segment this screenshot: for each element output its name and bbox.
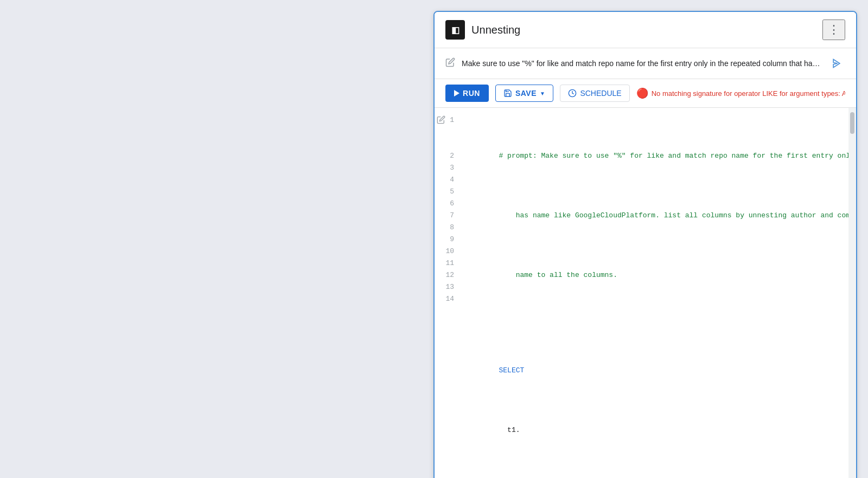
line-num-12: 12	[445, 269, 454, 281]
scrollbar-thumb	[850, 112, 854, 134]
save-icon	[503, 89, 512, 98]
line-num-7: 7	[450, 210, 454, 222]
code-line-2	[465, 317, 844, 329]
line-num-13: 13	[445, 281, 454, 293]
svg-marker-0	[833, 60, 840, 68]
line-num-4: 4	[450, 174, 454, 186]
query-toolbar: RUN SAVE ▼ SCHEDULE 🔴 No matching signat…	[435, 79, 856, 108]
code-line-3: SELECT	[465, 353, 844, 389]
play-icon	[454, 90, 459, 96]
edit-mode-icon[interactable]	[437, 115, 445, 126]
save-dropdown-arrow: ▼	[540, 91, 545, 96]
line-num-1: 1	[450, 114, 454, 126]
line-num-10: 10	[445, 246, 454, 257]
line-num-11: 11	[445, 257, 454, 269]
more-options-button[interactable]: ⋮	[822, 20, 845, 40]
window-title: Unnesting	[471, 24, 520, 36]
error-banner: 🔴 No matching signature for operator LIK…	[636, 87, 845, 99]
code-line-1b: has name like GoogleCloudPlatform. list …	[465, 198, 844, 234]
editor-scrollbar[interactable]	[848, 108, 856, 478]
run-button[interactable]: RUN	[445, 85, 489, 102]
main-window: ◧ Unnesting ⋮ Make sure to use "%" for l…	[433, 11, 857, 478]
code-line-1c: name to all the columns.	[465, 257, 844, 293]
error-icon: 🔴	[636, 87, 648, 99]
code-line-5: COMMIT	[465, 472, 844, 478]
code-content[interactable]: # prompt: Make sure to use "%" for like …	[461, 108, 848, 478]
save-button[interactable]: SAVE ▼	[495, 85, 554, 102]
clock-icon	[568, 89, 577, 98]
line-num-2: 2	[450, 150, 454, 162]
header-left: ◧ Unnesting	[445, 20, 520, 40]
code-line-4: t1.	[465, 412, 844, 448]
schedule-button[interactable]: SCHEDULE	[560, 85, 629, 102]
line-numbers: 1 2 3 4 5 6 7 8 9 10 11 12 13 14	[435, 108, 461, 478]
code-editor[interactable]: 1 2 3 4 5 6 7 8 9 10 11 12 13 14 # promp…	[435, 108, 856, 478]
line-num-14: 14	[445, 293, 454, 305]
window-header: ◧ Unnesting ⋮	[435, 12, 856, 48]
line-num-3: 3	[450, 162, 454, 174]
line-num-9: 9	[450, 234, 454, 246]
edit-pencil-icon	[445, 57, 455, 70]
app-icon: ◧	[445, 20, 465, 40]
line-num-6: 6	[450, 198, 454, 210]
line-num-5: 5	[450, 186, 454, 198]
code-line-1: # prompt: Make sure to use "%" for like …	[465, 138, 844, 174]
prompt-text: Make sure to use "%" for like and match …	[462, 59, 821, 68]
line-num-8: 8	[450, 222, 454, 234]
prompt-bar: Make sure to use "%" for like and match …	[435, 48, 856, 79]
send-button[interactable]	[828, 55, 845, 72]
